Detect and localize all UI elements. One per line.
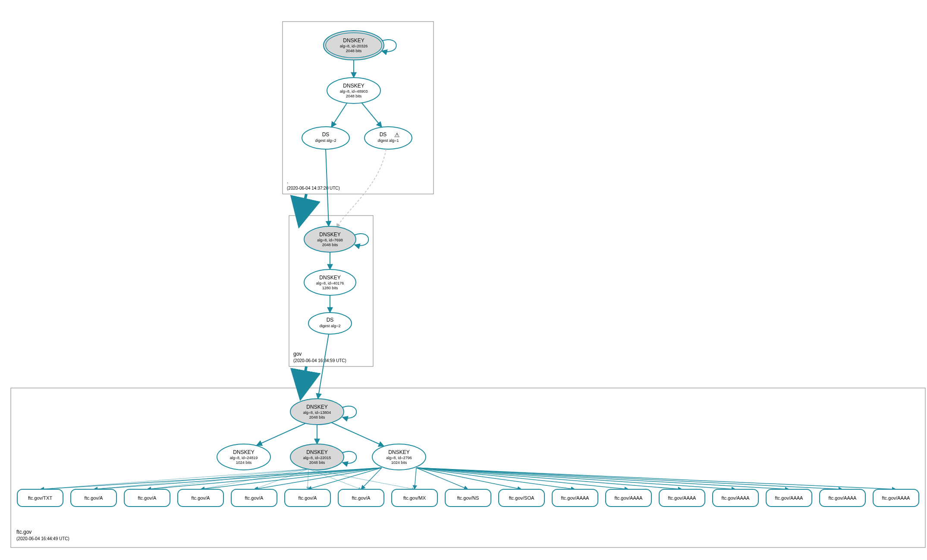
- edge: [416, 468, 842, 489]
- edge: [361, 103, 382, 127]
- edge: [257, 423, 305, 445]
- svg-text:2048 bits: 2048 bits: [309, 415, 325, 419]
- edge: [416, 468, 789, 489]
- node-gov-ksk: DNSKEY alg=8, id=7698 2048 bits: [304, 226, 356, 252]
- record-label: ftc.gov/SOA: [509, 495, 534, 501]
- record-label: ftc.gov/A: [138, 495, 157, 501]
- edge: [308, 469, 415, 489]
- record-label: ftc.gov/MX: [403, 495, 426, 501]
- node-root-ds1: DS digest alg=1 ⚠: [365, 127, 412, 149]
- edge: [331, 422, 384, 446]
- zone-root-timestamp: (2020-06-04 14:37:20 UTC): [287, 186, 340, 191]
- svg-text:digest alg=2: digest alg=2: [320, 324, 341, 328]
- svg-point-12: [365, 127, 412, 149]
- record-label: ftc.gov/AAAA: [882, 495, 910, 501]
- edge: [416, 468, 896, 489]
- svg-text:alg=8, id=48903: alg=8, id=48903: [340, 89, 368, 94]
- edge: [201, 468, 382, 489]
- record-label: ftc.gov/A: [245, 495, 264, 501]
- zone-gov-timestamp: (2020-06-04 16:34:59 UTC): [293, 358, 346, 363]
- record-label: ftc.gov/AAAA: [829, 495, 857, 501]
- record-label: ftc.gov/AAAA: [668, 495, 696, 501]
- node-ftc-k2: DNSKEY alg=8, id=24819 1024 bits: [217, 444, 270, 470]
- edge: [415, 468, 416, 489]
- svg-text:DNSKEY: DNSKEY: [388, 449, 409, 455]
- edge: [416, 468, 628, 489]
- warning-icon: ⚠: [394, 131, 400, 138]
- record-label: ftc.gov/A: [299, 495, 317, 501]
- record-label: ftc.gov/A: [352, 495, 371, 501]
- svg-text:alg=8, id=13804: alg=8, id=13804: [303, 410, 331, 415]
- svg-text:DNSKEY: DNSKEY: [319, 275, 340, 281]
- edge-ftc-k3-self: [343, 451, 356, 463]
- svg-text:alg=8, id=2796: alg=8, id=2796: [386, 456, 412, 460]
- svg-text:1280 bits: 1280 bits: [322, 286, 338, 290]
- svg-text:DNSKEY: DNSKEY: [319, 232, 340, 238]
- zone-root-label: .: [287, 178, 288, 185]
- edge-zone-root-gov: [302, 194, 306, 213]
- svg-text:DS: DS: [327, 317, 334, 323]
- node-gov-zsk: DNSKEY alg=8, id=40176 1280 bits: [304, 269, 356, 295]
- zone-ftc-label: ftc.gov: [16, 529, 31, 535]
- svg-text:DNSKEY: DNSKEY: [306, 404, 327, 410]
- record-label: ftc.gov/AAAA: [775, 495, 803, 501]
- svg-text:2048 bits: 2048 bits: [309, 460, 325, 465]
- svg-text:DNSKEY: DNSKEY: [306, 449, 327, 455]
- edge: [40, 469, 308, 489]
- svg-text:DS: DS: [380, 131, 387, 138]
- edge: [201, 469, 308, 489]
- edge-zone-gov-ftc: [303, 366, 306, 386]
- svg-point-9: [302, 127, 349, 149]
- svg-text:alg=8, id=20326: alg=8, id=20326: [340, 44, 368, 48]
- node-ftc-ksk: DNSKEY alg=8, id=13804 2048 bits: [290, 399, 344, 425]
- node-root-ds2: DS digest alg=2: [302, 127, 349, 149]
- svg-text:DNSKEY: DNSKEY: [343, 38, 364, 44]
- svg-text:DNSKEY: DNSKEY: [233, 449, 254, 455]
- node-root-ksk: DNSKEY alg=8, id=20326 2048 bits: [324, 31, 384, 60]
- svg-text:digest alg=2: digest alg=2: [315, 138, 336, 143]
- record-label: ftc.gov/TXT: [28, 495, 53, 501]
- edge-gov-ksk-self: [355, 234, 368, 246]
- svg-text:1024 bits: 1024 bits: [236, 460, 252, 465]
- svg-text:alg=8, id=24819: alg=8, id=24819: [230, 456, 258, 460]
- svg-text:alg=8, id=7698: alg=8, id=7698: [317, 238, 343, 242]
- edge: [254, 469, 308, 489]
- record-label: ftc.gov/AAAA: [561, 495, 589, 501]
- zone-ftc-box: [11, 388, 925, 547]
- svg-text:alg=8, id=40176: alg=8, id=40176: [316, 281, 344, 285]
- svg-text:alg=8, id=22015: alg=8, id=22015: [303, 456, 331, 460]
- svg-text:DNSKEY: DNSKEY: [343, 83, 364, 89]
- edge: [40, 468, 382, 489]
- edge-ftc-ksk-self: [343, 406, 356, 418]
- svg-text:2048 bits: 2048 bits: [322, 243, 338, 247]
- edge: [94, 469, 308, 489]
- record-label: ftc.gov/NS: [457, 495, 479, 501]
- record-label: ftc.gov/A: [192, 495, 210, 501]
- edge: [416, 468, 735, 489]
- zone-ftc-timestamp: (2020-06-04 16:44:49 UTC): [16, 536, 69, 541]
- svg-text:2048 bits: 2048 bits: [346, 49, 362, 53]
- svg-text:2048 bits: 2048 bits: [346, 94, 362, 98]
- edge-dashed: [336, 149, 386, 228]
- svg-point-23: [308, 313, 352, 334]
- node-root-zsk: DNSKEY alg=8, id=48903 2048 bits: [327, 78, 380, 103]
- record-label: ftc.gov/AAAA: [722, 495, 750, 501]
- svg-text:DS: DS: [322, 131, 330, 138]
- edge: [94, 468, 382, 489]
- node-ftc-k3: DNSKEY alg=8, id=22015 2048 bits: [290, 444, 344, 470]
- zone-gov-label: gov: [293, 351, 302, 357]
- svg-text:digest alg=1: digest alg=1: [378, 138, 399, 143]
- node-gov-ds: DS digest alg=2: [308, 313, 352, 334]
- dnssec-graph: . (2020-06-04 14:37:20 UTC) DNSKEY alg=8…: [4, 4, 927, 560]
- record-label: ftc.gov/A: [85, 495, 103, 501]
- record-label: ftc.gov/AAAA: [615, 495, 643, 501]
- edge: [331, 103, 347, 127]
- svg-text:1024 bits: 1024 bits: [391, 460, 407, 465]
- node-ftc-k4: DNSKEY alg=8, id=2796 1024 bits: [372, 444, 426, 470]
